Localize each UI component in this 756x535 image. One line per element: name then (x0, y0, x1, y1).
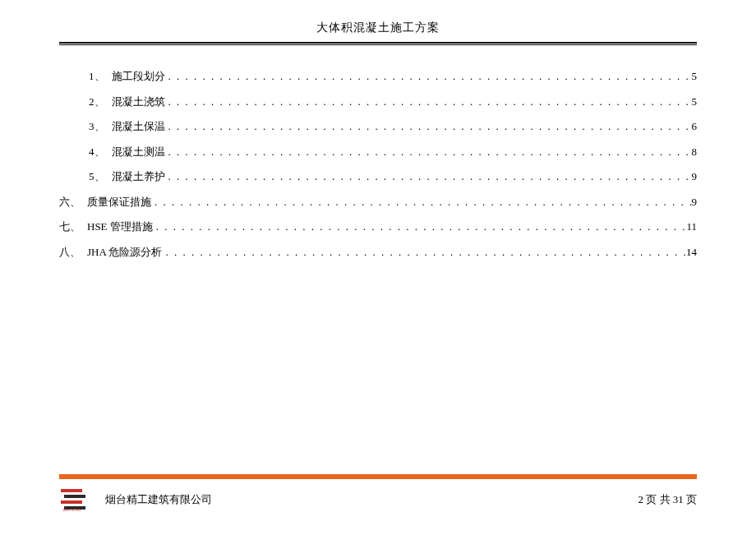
toc-label: 混凝土浇筑 (112, 94, 165, 110)
toc-number: 七、 (59, 219, 81, 235)
company-logo-icon: JING GONG (59, 487, 94, 512)
toc-number: 3、 (89, 118, 105, 135)
page-header: 大体积混凝土施工方案 (0, 0, 756, 42)
toc-entry: 5、混凝土养护. . . . . . . . . . . . . . . . .… (59, 168, 697, 185)
toc-number: 八、 (59, 244, 81, 261)
page-total: 31 (673, 493, 684, 505)
toc-leader-dots: . . . . . . . . . . . . . . . . . . . . … (165, 144, 692, 160)
page-number: 2 页 共 31 页 (638, 492, 698, 507)
toc-leader-dots: . . . . . . . . . . . . . . . . . . . . … (165, 168, 692, 185)
toc-page-number: 5 (692, 68, 698, 85)
footer-accent-bar (59, 474, 697, 479)
toc-entry: 六、质量保证措施. . . . . . . . . . . . . . . . … (59, 194, 697, 210)
toc-label: 混凝土保温 (112, 118, 165, 135)
page-current: 2 (638, 493, 644, 505)
page-label-2: 页 (686, 493, 697, 505)
toc-entry: 1、施工段划分. . . . . . . . . . . . . . . . .… (59, 68, 697, 85)
svg-text:JING GONG: JING GONG (62, 508, 81, 512)
toc-leader-dots: . . . . . . . . . . . . . . . . . . . . … (165, 94, 692, 110)
toc-page-number: 9 (692, 194, 698, 210)
toc-page-number: 14 (686, 244, 697, 261)
company-name: 烟台精工建筑有限公司 (105, 492, 212, 507)
toc-number: 1、 (89, 68, 105, 85)
page-label-1: 页 共 (646, 493, 670, 505)
toc-entry: 2、混凝土浇筑. . . . . . . . . . . . . . . . .… (59, 94, 697, 110)
toc-page-number: 11 (686, 219, 697, 235)
toc-page-number: 9 (692, 168, 698, 185)
toc-label: 混凝土测温 (112, 144, 165, 160)
toc-entry: 3、混凝土保温. . . . . . . . . . . . . . . . .… (59, 118, 697, 135)
toc-leader-dots: . . . . . . . . . . . . . . . . . . . . … (165, 68, 692, 85)
header-rule-thick (59, 42, 697, 44)
toc-label: JHA 危险源分析 (87, 244, 162, 261)
toc-label: HSE 管理措施 (87, 219, 153, 235)
page-footer: JING GONG 烟台精工建筑有限公司 2 页 共 31 页 (0, 474, 756, 535)
toc-page-number: 5 (692, 94, 698, 110)
toc-entry: 八、JHA 危险源分析. . . . . . . . . . . . . . .… (59, 244, 697, 261)
toc-page-number: 8 (692, 144, 698, 160)
toc-number: 4、 (89, 144, 105, 160)
svg-rect-2 (61, 500, 82, 504)
page-title: 大体积混凝土施工方案 (0, 21, 756, 35)
toc-page-number: 6 (692, 118, 698, 135)
toc-label: 质量保证措施 (87, 194, 151, 210)
toc-leader-dots: . . . . . . . . . . . . . . . . . . . . … (153, 219, 687, 235)
toc-label: 施工段划分 (112, 68, 165, 85)
toc-number: 5、 (89, 168, 105, 185)
toc-leader-dots: . . . . . . . . . . . . . . . . . . . . … (162, 244, 686, 261)
toc-number: 2、 (89, 94, 105, 110)
toc-entry: 4、混凝土测温. . . . . . . . . . . . . . . . .… (59, 144, 697, 160)
toc-label: 混凝土养护 (112, 168, 165, 185)
toc-leader-dots: . . . . . . . . . . . . . . . . . . . . … (151, 194, 692, 210)
toc-entry: 七、HSE 管理措施. . . . . . . . . . . . . . . … (59, 219, 697, 235)
svg-rect-0 (61, 489, 82, 492)
svg-rect-1 (64, 495, 85, 498)
toc-leader-dots: . . . . . . . . . . . . . . . . . . . . … (165, 118, 692, 135)
toc-number: 六、 (59, 194, 81, 210)
toc-content: 1、施工段划分. . . . . . . . . . . . . . . . .… (0, 45, 756, 260)
